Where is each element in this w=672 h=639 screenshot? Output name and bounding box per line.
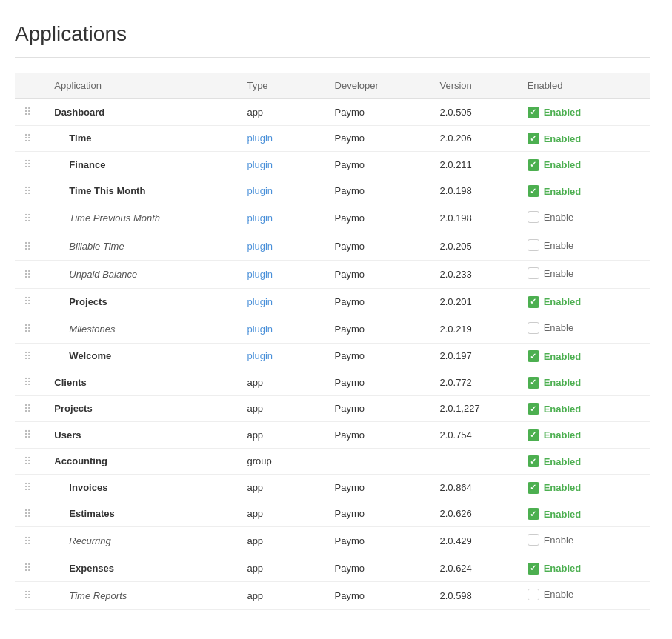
disabled-badge[interactable]: Enable: [528, 211, 573, 223]
enabled-checkbox[interactable]: [528, 403, 539, 415]
table-row: ⠿InvoicesappPaymo2.0.864 Enabled: [15, 475, 650, 501]
enabled-checkbox[interactable]: [528, 429, 539, 441]
enabled-badge[interactable]: Enabled: [528, 133, 582, 144]
enabled-checkbox[interactable]: [528, 482, 539, 494]
enabled-checkbox[interactable]: [528, 455, 539, 467]
app-name: Expenses: [54, 563, 114, 574]
app-enabled-cell[interactable]: Enabled: [519, 178, 650, 204]
col-version: Version: [430, 73, 518, 99]
app-enabled-cell[interactable]: Enabled: [519, 395, 650, 422]
disabled-badge[interactable]: Enable: [528, 322, 573, 334]
app-enabled-cell[interactable]: Enabled: [519, 448, 650, 475]
enabled-checkbox[interactable]: [528, 508, 539, 520]
disabled-checkbox[interactable]: [528, 534, 539, 546]
disabled-checkbox[interactable]: [528, 267, 539, 279]
app-enabled-cell[interactable]: Enabled: [519, 152, 650, 178]
enabled-checkbox[interactable]: [528, 296, 539, 308]
app-enabled-cell[interactable]: Enabled: [519, 289, 650, 315]
enabled-checkbox[interactable]: [528, 159, 539, 171]
drag-handle[interactable]: ⠿: [15, 315, 45, 343]
drag-handle[interactable]: ⠿: [15, 204, 45, 232]
disabled-badge[interactable]: Enable: [528, 534, 573, 546]
app-enabled-cell[interactable]: Enable: [519, 261, 650, 289]
drag-handle[interactable]: ⠿: [15, 501, 45, 527]
enabled-checkbox[interactable]: [528, 563, 539, 575]
app-name: Time Previous Month: [54, 213, 160, 224]
app-enabled-cell[interactable]: Enabled: [519, 99, 650, 126]
app-version: 2.0.864: [439, 482, 471, 493]
drag-handle[interactable]: ⠿: [15, 125, 45, 152]
enabled-checkbox[interactable]: [528, 350, 539, 362]
drag-handle[interactable]: ⠿: [15, 581, 45, 609]
drag-handle[interactable]: ⠿: [15, 232, 45, 261]
enabled-badge[interactable]: Enabled: [528, 185, 582, 197]
table-row: ⠿DashboardappPaymo2.0.505 Enabled: [15, 99, 650, 126]
app-enabled-cell[interactable]: Enable: [519, 527, 650, 555]
drag-handle[interactable]: ⠿: [15, 99, 45, 126]
app-enabled-cell[interactable]: Enable: [519, 232, 650, 261]
enabled-badge[interactable]: Enabled: [528, 455, 582, 467]
drag-handle[interactable]: ⠿: [15, 369, 45, 396]
enabled-badge[interactable]: Enabled: [528, 377, 582, 389]
enabled-label: Enabled: [544, 133, 582, 144]
enabled-label: Enabled: [544, 296, 582, 307]
app-name: Accounting: [54, 455, 107, 466]
enabled-label: Enabled: [544, 563, 582, 574]
drag-handle[interactable]: ⠿: [15, 395, 45, 422]
enabled-badge[interactable]: Enabled: [528, 482, 582, 494]
enabled-badge[interactable]: Enabled: [528, 107, 582, 118]
app-enabled-cell[interactable]: Enabled: [519, 475, 650, 501]
enabled-badge[interactable]: Enabled: [528, 350, 582, 362]
app-enabled-cell[interactable]: Enabled: [519, 343, 650, 369]
app-name: Projects: [54, 403, 92, 414]
enabled-badge[interactable]: Enabled: [528, 296, 582, 308]
drag-handle[interactable]: ⠿: [15, 289, 45, 315]
app-enabled-cell[interactable]: Enabled: [519, 422, 650, 449]
app-version-cell: 2.0.206: [430, 125, 518, 152]
enabled-badge[interactable]: Enabled: [528, 159, 582, 171]
disabled-checkbox[interactable]: [528, 322, 539, 334]
app-name: Finance: [54, 159, 105, 170]
enabled-checkbox[interactable]: [528, 133, 539, 144]
disabled-checkbox[interactable]: [528, 239, 539, 251]
drag-handle[interactable]: ⠿: [15, 152, 45, 178]
app-developer-cell: Paymo: [326, 178, 431, 204]
app-developer: Paymo: [335, 377, 365, 388]
app-enabled-cell[interactable]: Enable: [519, 581, 650, 609]
drag-handle[interactable]: ⠿: [15, 261, 45, 289]
app-enabled-cell[interactable]: Enable: [519, 204, 650, 232]
app-name: Welcome: [54, 350, 111, 361]
enabled-badge[interactable]: Enabled: [528, 563, 582, 575]
drag-handle[interactable]: ⠿: [15, 527, 45, 555]
enabled-badge[interactable]: Enabled: [528, 403, 582, 415]
disabled-checkbox[interactable]: [528, 211, 539, 223]
disabled-checkbox[interactable]: [528, 589, 539, 600]
drag-handle[interactable]: ⠿: [15, 475, 45, 501]
app-enabled-cell[interactable]: Enable: [519, 315, 650, 343]
app-type-cell: plugin: [238, 232, 325, 261]
enabled-badge[interactable]: Enabled: [528, 508, 582, 520]
drag-handle[interactable]: ⠿: [15, 448, 45, 475]
app-name-cell: Unpaid Balance: [45, 261, 238, 289]
drag-handle[interactable]: ⠿: [15, 343, 45, 369]
drag-handle[interactable]: ⠿: [15, 555, 45, 582]
enabled-badge[interactable]: Enabled: [528, 429, 582, 441]
app-version-cell: 2.0.505: [430, 99, 518, 126]
app-name: Projects: [54, 296, 107, 307]
disabled-badge[interactable]: Enable: [528, 239, 573, 251]
disabled-badge[interactable]: Enable: [528, 589, 573, 600]
app-enabled-cell[interactable]: Enabled: [519, 369, 650, 396]
app-enabled-cell[interactable]: Enabled: [519, 125, 650, 152]
app-enabled-cell[interactable]: Enabled: [519, 555, 650, 582]
drag-handle[interactable]: ⠿: [15, 178, 45, 204]
enabled-checkbox[interactable]: [528, 107, 539, 118]
enabled-checkbox[interactable]: [528, 377, 539, 389]
drag-handle[interactable]: ⠿: [15, 422, 45, 449]
app-enabled-cell[interactable]: Enabled: [519, 501, 650, 527]
app-type-cell: app: [238, 99, 325, 126]
disabled-badge[interactable]: Enable: [528, 267, 573, 279]
app-type-cell: app: [238, 369, 325, 396]
enabled-checkbox[interactable]: [528, 185, 539, 197]
table-header-row: Application Type Developer Version Enabl…: [15, 73, 650, 99]
app-type-cell: plugin: [238, 315, 325, 343]
